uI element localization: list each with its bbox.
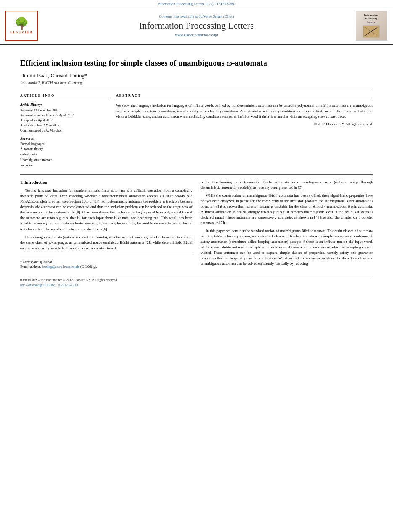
keywords-label: Keywords:: [20, 137, 108, 140]
keyword-1: Automata theory: [20, 147, 108, 152]
footer-bar: 0020-0190/$ – see front matter © 2012 El…: [20, 276, 373, 287]
affiliation: Informatik 7, RWTH Aachen, Germany: [20, 81, 373, 85]
email-value[interactable]: loeding@cs.rwth-aachen.de: [42, 265, 79, 269]
online-date: Available online 2 May 2012: [20, 123, 108, 128]
journal-citation-bar: Information Processing Letters 112 (2012…: [0, 0, 393, 7]
elsevier-tree-icon: 🌳: [14, 18, 29, 29]
journal-citation: Information Processing Letters 112 (2012…: [157, 2, 236, 6]
email-label: E-mail address:: [20, 265, 41, 269]
title-text-part2: -automata: [232, 58, 267, 67]
accepted-date: Accepted 27 April 2012: [20, 118, 108, 123]
body-para-right-2: While the construction of unambiguous Bü…: [201, 193, 373, 226]
keyword-2: ω-Automata: [20, 152, 108, 158]
body-column-left: 1. Introduction Testing language inclusi…: [20, 179, 193, 269]
title-omega: ω: [227, 58, 232, 67]
abstract-panel: ABSTRACT We show that language inclusion…: [116, 94, 373, 169]
ipl-logo: InformationProcessingletters: [356, 11, 387, 41]
footnote-star-text: * Corresponding author.: [20, 260, 53, 264]
footnote-area: * Corresponding author. E-mail address: …: [20, 255, 193, 269]
keyword-4: Inclusion: [20, 163, 108, 169]
journal-url: www.elsevier.com/locate/ipl: [43, 33, 350, 37]
copyright-line: © 2012 Elsevier B.V. All rights reserved…: [116, 122, 373, 126]
title-text-part1: Efficient inclusion testing for simple c…: [20, 58, 227, 67]
ipl-diagram-icon: [363, 25, 380, 38]
communicated-by: Communicated by A. Muscholl: [20, 128, 108, 133]
section1-heading: 1. Introduction: [20, 179, 193, 186]
footer-doi-link[interactable]: http://dx.doi.org/10.1016/j.ipl.2012.04.…: [20, 283, 78, 287]
footer-issn: 0020-0190/$ – see front matter © 2012 El…: [20, 278, 373, 282]
sciverse-link[interactable]: Contents lists available at SciVerse Sci…: [43, 14, 350, 18]
elsevier-brand-label: ELSEVIER: [10, 30, 33, 34]
journal-header: 🌳 ELSEVIER Contents lists available at S…: [0, 7, 393, 45]
keyword-3: Unambiguous automata: [20, 158, 108, 163]
paper-title: Efficient inclusion testing for simple c…: [20, 58, 373, 68]
body-para-1: Testing language inclusion for nondeterm…: [20, 188, 193, 232]
info-divider: [20, 100, 108, 100]
affiliation-text: Informatik 7, RWTH Aachen, Germany: [20, 81, 82, 85]
body-para-right-3: In this paper we consider the standard n…: [201, 228, 373, 266]
elsevier-logo: 🌳 ELSEVIER: [5, 11, 39, 41]
authors: Dimitri Isaak, Christof Löding*: [20, 73, 373, 79]
article-info-abstract-columns: ARTICLE INFO Article History: Received 2…: [20, 94, 373, 169]
ipl-logo-area: InformationProcessingletters: [354, 11, 388, 41]
abstract-title: ABSTRACT: [116, 94, 373, 97]
authors-text: Dimitri Isaak, Christof Löding*: [20, 73, 87, 79]
revised-date: Received in revised form 27 April 2012: [20, 113, 108, 118]
history-label: Article History:: [20, 103, 108, 107]
abstract-text: We show that language inclusion for lang…: [116, 103, 373, 119]
footnote-star: * Corresponding author.: [20, 260, 193, 264]
footnote-divider: [20, 258, 54, 258]
sciverse-text: Contents lists available at SciVerse Sci…: [159, 14, 234, 18]
email-name: (C. Löding).: [80, 265, 97, 269]
page-content: Efficient inclusion testing for simple c…: [0, 45, 393, 295]
article-info-panel: ARTICLE INFO Article History: Received 2…: [20, 94, 108, 169]
abstract-divider: [116, 100, 373, 100]
footer-doi: http://dx.doi.org/10.1016/j.ipl.2012.04.…: [20, 283, 373, 287]
body-para-right-1: rectly transforming nondeterministic Büc…: [201, 179, 373, 190]
journal-name: Information Processing Letters: [43, 20, 350, 31]
footnote-email: E-mail address: loeding@cs.rwth-aachen.d…: [20, 264, 193, 269]
body-para-2: Concerning ω-automata (automata on infin…: [20, 234, 193, 251]
body-column-right: rectly transforming nondeterministic Büc…: [201, 179, 373, 269]
article-info-title: ARTICLE INFO: [20, 94, 108, 97]
header-divider: [20, 90, 373, 90]
journal-title-area: Contents lists available at SciVerse Sci…: [43, 14, 350, 37]
body-divider: [20, 174, 373, 175]
received-date: Received 22 December 2011: [20, 108, 108, 113]
body-columns: 1. Introduction Testing language inclusi…: [20, 179, 373, 269]
keyword-0: Formal languages: [20, 142, 108, 147]
ipl-logo-text: InformationProcessingletters: [364, 13, 378, 24]
